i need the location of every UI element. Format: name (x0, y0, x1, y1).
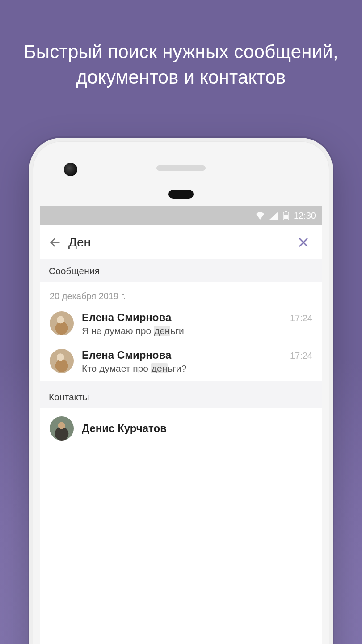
phone-earpiece (168, 190, 194, 199)
wifi-icon (255, 212, 265, 220)
phone-side-button (333, 366, 333, 394)
arrow-left-icon (49, 236, 61, 249)
app-screen: 12:30 Сообщения 20 декабря 2019 г. Елена… (40, 206, 322, 644)
message-result-row[interactable]: Елена Смирнова 17:24 Я не думаю про день… (40, 306, 322, 343)
battery-icon (283, 211, 289, 220)
section-divider (40, 381, 322, 386)
close-icon (297, 236, 310, 249)
search-highlight: ден (154, 326, 171, 336)
section-header-messages: Сообщения (40, 259, 322, 282)
avatar (50, 311, 74, 335)
status-time: 12:30 (294, 211, 316, 221)
avatar (50, 349, 74, 373)
contact-result-row[interactable]: Денис Курчатов (40, 408, 322, 449)
message-time: 17:24 (290, 351, 312, 361)
phone-frame: 12:30 Сообщения 20 декабря 2019 г. Елена… (29, 138, 333, 644)
search-bar (40, 225, 322, 259)
search-input[interactable] (66, 235, 293, 250)
svg-rect-2 (284, 215, 288, 219)
phone-side-button (333, 402, 333, 451)
message-sender-name: Елена Смирнова (82, 349, 171, 361)
message-body: Елена Смирнова 17:24 Кто думает про день… (82, 349, 312, 374)
phone-speaker (156, 165, 206, 171)
message-preview: Кто думает про деньги? (82, 363, 312, 374)
status-bar: 12:30 (40, 206, 322, 225)
marketing-headline: Быстрый поиск нужных сообщений, документ… (0, 39, 362, 90)
phone-camera (64, 163, 77, 176)
clear-search-button[interactable] (293, 232, 314, 253)
message-body: Елена Смирнова 17:24 Я не думаю про день… (82, 311, 312, 336)
cell-signal-icon (269, 212, 278, 220)
message-time: 17:24 (290, 313, 312, 323)
message-result-row[interactable]: Елена Смирнова 17:24 Кто думает про день… (40, 343, 322, 381)
contact-name: Денис Курчатов (82, 422, 167, 435)
avatar (50, 416, 74, 441)
messages-date-label: 20 декабря 2019 г. (40, 282, 322, 306)
section-header-contacts: Контакты (40, 386, 322, 408)
message-preview: Я не думаю про деньги (82, 326, 312, 336)
search-highlight: ден (151, 363, 168, 373)
message-sender-name: Елена Смирнова (82, 311, 171, 324)
back-button[interactable] (44, 232, 66, 253)
